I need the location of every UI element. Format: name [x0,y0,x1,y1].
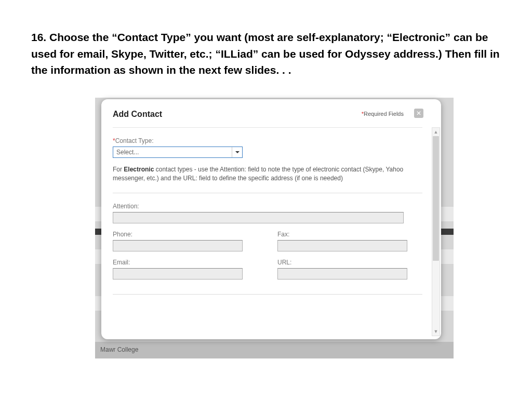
attention-label: Attention: [113,203,422,210]
help-bold: Electronic [124,166,154,173]
email-input[interactable] [113,268,243,280]
close-button[interactable]: ✕ [414,109,423,118]
scrollbar[interactable]: ▲ ▼ [432,127,440,336]
url-field-group: URL: [277,259,422,280]
phone-fax-row: Phone: Fax: [113,231,422,251]
bg-college-label: Mawr College [95,342,454,358]
contact-type-select[interactable]: Select... [113,147,243,158]
add-contact-modal: Add Contact *Required Fields ✕ *Contact … [101,99,441,339]
scroll-up-icon[interactable]: ▲ [432,128,440,136]
url-input[interactable] [277,268,407,280]
contact-type-label-text: Contact Type: [115,137,154,144]
help-prefix: For [113,166,124,173]
attention-field-group: Attention: [113,203,422,223]
divider [113,193,422,193]
chevron-down-icon [232,147,242,157]
contact-type-label: *Contact Type: [113,137,422,144]
email-label: Email: [113,259,258,266]
phone-label: Phone: [113,231,258,238]
fax-field-group: Fax: [277,231,422,251]
contact-type-help-text: For Electronic contact types - use the A… [113,165,422,183]
modal-scroll-content: *Contact Type: Select... For Electronic … [113,127,430,295]
divider [113,127,422,128]
help-suffix: contact types - use the Attention: field… [113,166,403,182]
divider [113,294,422,295]
required-fields-text: Required Fields [364,111,404,117]
required-fields-label: *Required Fields [362,111,404,117]
modal-header: Add Contact *Required Fields ✕ [101,99,441,124]
phone-field-group: Phone: [113,231,258,251]
email-url-row: Email: URL: [113,259,422,280]
fax-label: Fax: [277,231,422,238]
screenshot-container: Mawr College Add Contact *Required Field… [95,98,454,358]
url-label: URL: [277,259,422,266]
slide-title: 16. Choose the “Contact Type” you want (… [31,29,501,78]
phone-input[interactable] [113,240,243,251]
contact-type-selected-value: Select... [116,149,139,156]
modal-body: *Contact Type: Select... For Electronic … [101,124,441,339]
email-field-group: Email: [113,259,258,280]
scroll-down-icon[interactable]: ▼ [432,327,440,336]
attention-input[interactable] [113,212,404,223]
fax-input[interactable] [277,240,407,251]
scroll-thumb[interactable] [433,136,439,261]
